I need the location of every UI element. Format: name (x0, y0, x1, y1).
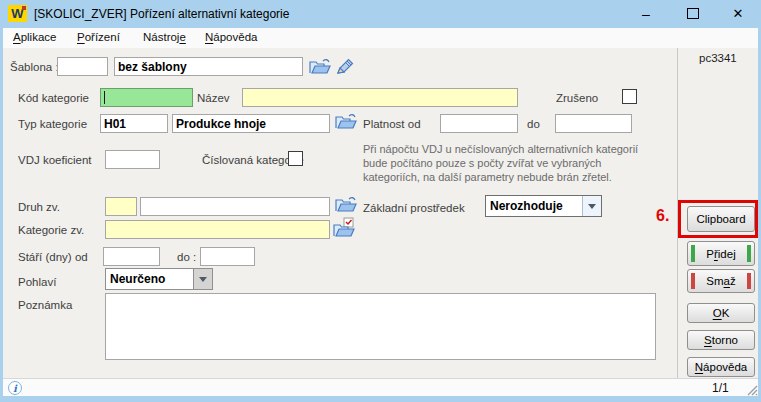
poznamka-label: Poznámka (18, 299, 72, 311)
sablona-name-input[interactable] (114, 57, 303, 76)
kategorie-zv-input[interactable] (105, 220, 330, 239)
menu-bar: Aplikace Pořízení Nástroje Nápověda (3, 28, 758, 48)
stari-do-label: do : (177, 251, 196, 263)
delete-indicator-bar (691, 273, 695, 289)
zakladni-prostredek-value: Nerozhoduje (486, 196, 582, 216)
pohlavi-value: Neurčeno (106, 269, 193, 289)
ok-button[interactable]: OK (687, 303, 755, 323)
vdj-info-line: kategoriích, na další parametry nebude b… (363, 170, 673, 184)
menu-item-aplikace[interactable]: Aplikace (13, 31, 56, 43)
label-accel: N (695, 361, 703, 373)
label-part: torno (712, 334, 738, 346)
platnost-do-label: do (527, 118, 540, 130)
open-typ-kategorie-folder-icon[interactable] (334, 112, 358, 131)
chevron-down-icon[interactable] (582, 196, 601, 216)
pridej-button[interactable]: Přidej (687, 241, 755, 266)
maximize-icon (687, 8, 699, 19)
poznamka-textarea[interactable] (105, 293, 656, 360)
vdj-info-line: Při nápočtu VDJ u nečíslovaných alternat… (363, 142, 673, 156)
label-accel: S (704, 334, 712, 346)
label-part: Sm (706, 275, 723, 287)
sablona-label: Šablona : (10, 61, 59, 73)
app-logo-icon: W (8, 5, 27, 22)
clipboard-button-label: Clipboard (696, 213, 745, 225)
stari-do-input[interactable] (200, 247, 255, 266)
zruseno-checkbox[interactable] (622, 89, 637, 104)
platnost-od-label: Platnost od (363, 118, 421, 130)
zakladni-prostredek-dropdown[interactable]: Nerozhoduje (485, 195, 602, 217)
smaz-button[interactable]: Smaž (687, 269, 755, 293)
smaz-button-label: Smaž (706, 275, 735, 287)
sablona-code-input[interactable] (57, 57, 108, 76)
add-indicator-bar (747, 245, 751, 262)
label-part: ž (730, 275, 736, 287)
pohlavi-label: Pohlaví (18, 276, 56, 288)
application-window: W [SKOLICI_ZVER] Pořízení alternativní k… (0, 0, 761, 402)
menu-accel: e (179, 31, 185, 43)
clipboard-button[interactable]: Clipboard (687, 206, 755, 232)
typ-kategorie-label: Typ kategorie (18, 118, 87, 130)
druh-zv-code-input[interactable] (105, 197, 137, 216)
open-druh-zv-folder-icon[interactable] (334, 195, 358, 214)
menu-label: ápověda (213, 31, 257, 43)
kategorie-zv-label: Kategorie zv. (18, 224, 84, 236)
kod-kategorie-input[interactable] (100, 88, 193, 107)
maximize-button[interactable] (678, 2, 708, 25)
pohlavi-dropdown[interactable]: Neurčeno (105, 268, 213, 290)
chevron-down-icon[interactable] (193, 269, 212, 289)
storno-button-label: Storno (704, 334, 738, 346)
vdj-info-text: Při nápočtu VDJ u nečíslovaných alternat… (363, 142, 673, 184)
title-bar: W [SKOLICI_ZVER] Pořízení alternativní k… (0, 0, 761, 28)
delete-indicator-bar (747, 273, 751, 289)
typ-kategorie-name-input[interactable] (172, 114, 330, 133)
open-template-folder-icon[interactable] (308, 57, 332, 76)
menu-label: Nástroj (143, 31, 179, 43)
storno-button[interactable]: Storno (687, 330, 755, 350)
menu-accel: P (77, 31, 85, 43)
info-icon[interactable]: i (8, 381, 22, 395)
close-button[interactable]: ✕ (723, 2, 753, 25)
vdj-info-line: bude počítáno pouze s počty zvířat ve vy… (363, 156, 673, 170)
platnost-od-input[interactable] (440, 114, 518, 133)
druh-zv-name-input[interactable] (140, 197, 330, 216)
resize-grip[interactable] (745, 383, 758, 396)
menu-item-nastroje[interactable]: Nástroje (143, 31, 186, 43)
edit-pencil-icon[interactable] (336, 58, 355, 75)
label-part: idej (718, 248, 736, 260)
label-part: K (722, 307, 730, 319)
vdj-koeficient-label: VDJ koeficient (18, 154, 92, 166)
minimize-button[interactable]: – (631, 2, 661, 25)
label-accel: O (713, 307, 722, 319)
druh-zv-label: Druh zv. (18, 201, 60, 213)
pridej-button-label: Přidej (706, 248, 735, 260)
open-kategorie-zv-folder-check-icon[interactable] (332, 217, 356, 239)
vdj-koeficient-input[interactable] (105, 150, 160, 169)
host-name: pc3341 (699, 52, 737, 64)
add-indicator-bar (691, 245, 695, 262)
cislovana-kategorie-checkbox[interactable] (288, 151, 303, 166)
label-part: P (706, 248, 714, 260)
zakladni-prostredek-label: Základní prostředek (363, 202, 465, 214)
typ-kategorie-code-input[interactable] (100, 114, 168, 133)
text-caret (104, 91, 105, 104)
menu-label: plikace (21, 31, 57, 43)
menu-item-napoveda[interactable]: Nápověda (205, 31, 257, 43)
annotation-step-number: 6. (656, 207, 669, 225)
window-title: [SKOLICI_ZVER] Pořízení alternativní kat… (34, 7, 289, 21)
stari-od-input[interactable] (103, 247, 160, 266)
nazev-label: Název (197, 92, 230, 104)
napoveda-button[interactable]: Nápověda (687, 357, 755, 377)
nazev-input[interactable] (242, 88, 518, 107)
page-indicator: 1/1 (712, 381, 729, 395)
kod-kategorie-label: Kód kategorie (18, 92, 89, 104)
ok-button-label: OK (713, 307, 730, 319)
status-bar (3, 378, 758, 396)
stari-od-label: Stáří (dny) od (18, 251, 88, 263)
menu-label: ořízení (85, 31, 120, 43)
zruseno-label: Zrušeno (556, 92, 598, 104)
label-part: ápověda (703, 361, 747, 373)
menu-accel: A (13, 31, 21, 43)
menu-item-porizeni[interactable]: Pořízení (77, 31, 120, 43)
platnost-do-input[interactable] (555, 114, 632, 133)
napoveda-button-label: Nápověda (695, 361, 747, 373)
